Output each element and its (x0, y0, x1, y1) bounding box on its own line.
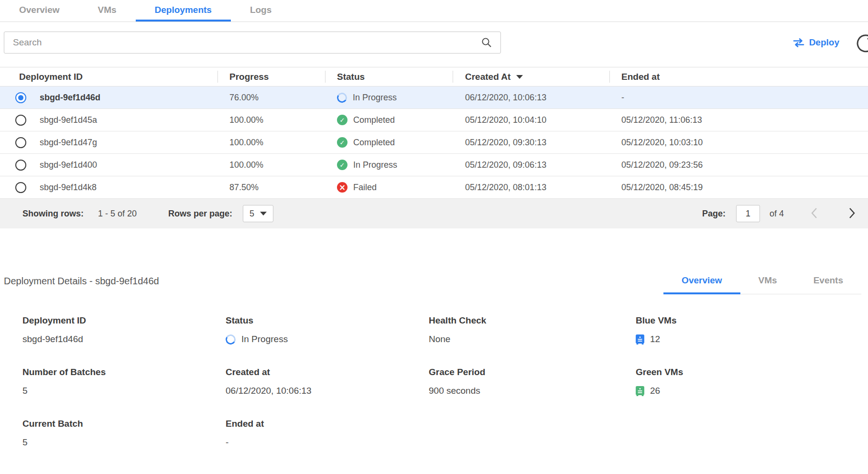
detail-field: Health Check None (429, 315, 636, 345)
error-circle-icon: × (337, 182, 347, 193)
page-total: of 4 (770, 209, 784, 219)
column-header-deployment-id[interactable]: Deployment ID (0, 67, 217, 86)
detail-field-label: Grace Period (429, 367, 636, 377)
detail-field: Blue VMs 12 (636, 315, 868, 345)
detail-field-label: Deployment ID (22, 315, 226, 326)
row-radio[interactable] (15, 115, 26, 126)
details-tab-vms[interactable]: VMs (740, 270, 795, 294)
detail-field: Current Batch 5 (22, 419, 226, 448)
progress-cell: 100.00% (217, 115, 325, 125)
status-label: Failed (353, 183, 377, 193)
tab-vms[interactable]: VMs (79, 0, 136, 22)
detail-field-value: 5 (22, 386, 28, 396)
detail-field-label: Created at (226, 367, 429, 377)
detail-field: Number of Batches 5 (22, 367, 226, 397)
deploy-button[interactable]: Deploy (793, 37, 839, 48)
status-label: Completed (353, 115, 395, 125)
detail-field: Deployment ID sbgd-9ef1d46d (22, 315, 226, 345)
chevron-right-icon (848, 207, 856, 219)
check-circle-icon: ✓ (337, 137, 347, 148)
detail-field-value: 26 (650, 386, 660, 396)
detail-field-value: 900 seconds (429, 386, 480, 396)
ended-at-cell: 05/12/2020, 11:06:13 (609, 115, 868, 125)
details-tab-events[interactable]: Events (795, 270, 861, 294)
row-radio[interactable] (15, 137, 26, 148)
ended-at-cell: 05/12/2020, 10:03:10 (609, 138, 868, 148)
next-page-button[interactable] (846, 205, 857, 222)
details-grid: Deployment ID sbgd-9ef1d46d Status In Pr… (0, 315, 868, 448)
deployment-id-cell: sbgd-9ef1d400 (40, 160, 97, 170)
ended-at-cell: 05/12/2020, 08:45:19 (609, 183, 868, 193)
tab-overview[interactable]: Overview (0, 0, 79, 22)
tab-logs[interactable]: Logs (231, 0, 291, 22)
deployments-table: Deployment ID Progress Status Created At… (0, 67, 868, 228)
table-row[interactable]: sbgd-9ef1d47g 100.00% ✓ Completed 05/12/… (0, 131, 868, 154)
tab-deployments[interactable]: Deployments (136, 0, 231, 22)
table-row[interactable]: sbgd-9ef1d4k8 87.50% × Failed 05/12/2020… (0, 176, 868, 199)
previous-page-button[interactable] (809, 205, 820, 222)
row-radio[interactable] (15, 182, 26, 193)
progress-cell: 100.00% (217, 160, 325, 170)
deployments-page: OverviewVMsDeploymentsLogs Deploy Deplo (0, 0, 868, 474)
detail-field-value: 5 (22, 437, 28, 448)
refresh-icon (856, 32, 868, 53)
ended-at-cell: - (609, 93, 868, 103)
progress-cell: 87.50% (217, 183, 325, 193)
ended-at-cell: 05/12/2020, 09:23:56 (609, 160, 868, 170)
detail-field-value: sbgd-9ef1d46d (22, 334, 83, 345)
refresh-button[interactable] (856, 32, 868, 54)
rows-per-page-select[interactable]: 5 (243, 205, 273, 222)
vm-icon (636, 334, 644, 345)
search-input[interactable] (4, 32, 501, 54)
details-tab-overview[interactable]: Overview (663, 270, 740, 294)
detail-field: Ended at - (226, 419, 429, 448)
column-header-progress[interactable]: Progress (217, 67, 325, 86)
deploy-label: Deploy (809, 37, 839, 48)
showing-rows-label: Showing rows: (22, 209, 84, 219)
detail-field: Status In Progress (226, 315, 429, 345)
page-number-input[interactable] (736, 205, 760, 222)
detail-field-label: Current Batch (22, 419, 226, 429)
created-at-cell: 05/12/2020, 09:30:13 (453, 138, 609, 148)
created-at-cell: 05/12/2020, 09:06:13 (453, 160, 609, 170)
vm-icon (636, 386, 644, 396)
table-footer: Showing rows: 1 - 5 of 20 Rows per page:… (0, 199, 868, 228)
spinner-icon (225, 333, 237, 345)
status-label: In Progress (353, 93, 397, 103)
table-row[interactable]: sbgd-9ef1d45a 100.00% ✓ Completed 05/12/… (0, 109, 868, 131)
sort-desc-icon (516, 75, 523, 79)
created-at-cell: 05/12/2020, 10:04:10 (453, 115, 609, 125)
check-circle-icon: ✓ (337, 115, 347, 125)
details-tabs: OverviewVMsEvents (663, 270, 861, 294)
progress-cell: 76.00% (217, 93, 325, 103)
deployment-id-cell: sbgd-9ef1d45a (40, 115, 97, 125)
detail-field-value: 12 (650, 334, 660, 345)
detail-field-value: In Progress (241, 334, 288, 345)
row-radio[interactable] (15, 92, 26, 103)
column-header-status[interactable]: Status (325, 67, 453, 86)
page-label: Page: (702, 209, 726, 219)
deployment-id-cell: sbgd-9ef1d46d (40, 93, 100, 103)
detail-field-value: 06/12/2020, 10:06:13 (226, 386, 312, 396)
status-label: Completed (353, 138, 395, 148)
row-radio[interactable] (15, 160, 26, 171)
progress-cell: 100.00% (217, 138, 325, 148)
toolbar: Deploy (4, 32, 868, 54)
table-row[interactable]: sbgd-9ef1d400 100.00% ✓ In Progress 05/1… (0, 154, 868, 176)
details-title: Deployment Details - sbgd-9ef1d46d (0, 276, 159, 294)
detail-field-label: Ended at (226, 419, 429, 429)
deployment-details: Deployment Details - sbgd-9ef1d46d Overv… (0, 270, 868, 448)
detail-field: Grace Period 900 seconds (429, 367, 636, 397)
status-label: In Progress (353, 160, 397, 170)
created-at-cell: 05/12/2020, 08:01:13 (453, 183, 609, 193)
detail-field-label: Green VMs (636, 367, 868, 377)
main-tabs: OverviewVMsDeploymentsLogs (0, 0, 868, 22)
detail-field-label: Number of Batches (22, 367, 226, 377)
detail-field-value: - (226, 437, 228, 448)
details-header: Deployment Details - sbgd-9ef1d46d Overv… (0, 270, 868, 294)
detail-field-label: Health Check (429, 315, 636, 326)
swap-arrows-icon (793, 38, 804, 47)
column-header-ended-at[interactable]: Ended at (609, 67, 868, 86)
table-row[interactable]: sbgd-9ef1d46d 76.00% In Progress 06/12/2… (0, 86, 868, 109)
column-header-created-at[interactable]: Created At (453, 67, 609, 86)
